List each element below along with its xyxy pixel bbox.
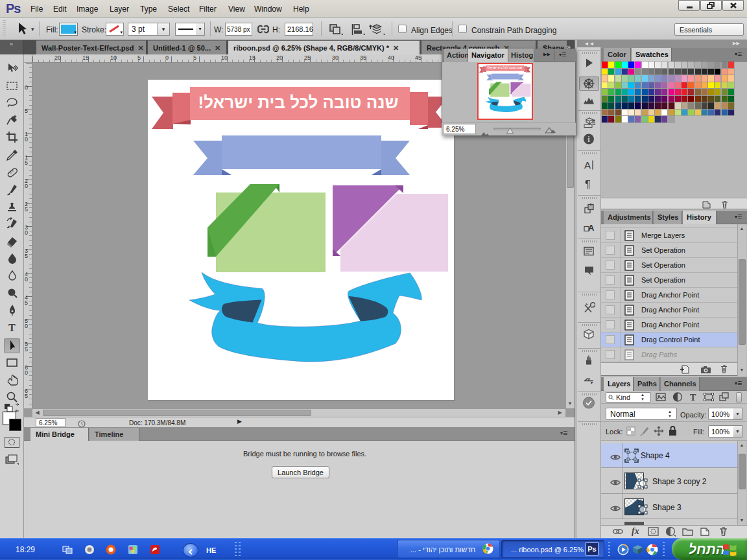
svg-text:fx: fx — [632, 526, 639, 536]
svg-text:¶: ¶ — [585, 179, 591, 190]
svg-text:A: A — [584, 159, 591, 170]
svg-text:T: T — [690, 393, 696, 402]
svg-text:A: A — [588, 223, 595, 233]
svg-text:שנה טובה לכל בית ישראל!: שנה טובה לכל בית ישראל! — [198, 93, 399, 112]
svg-text:T: T — [8, 322, 16, 333]
